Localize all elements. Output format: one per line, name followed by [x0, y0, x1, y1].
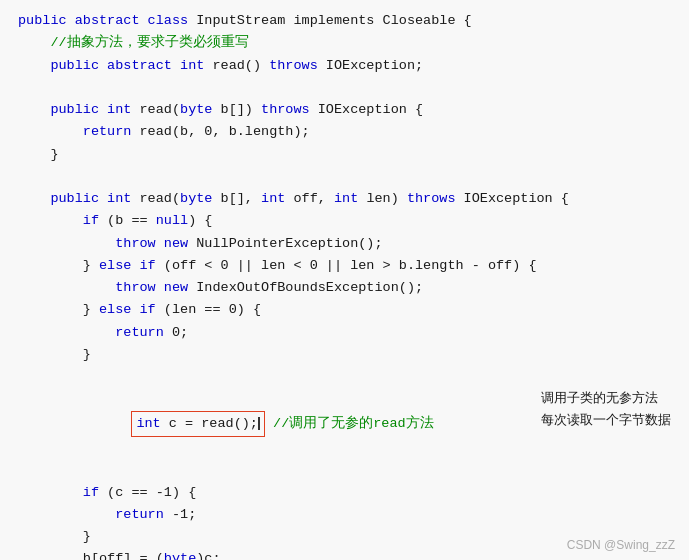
code-line: }	[18, 144, 679, 166]
code-line: //抽象方法，要求子类必须重写	[18, 32, 679, 54]
code-line: } else if (off < 0 || len < 0 || len > b…	[18, 255, 679, 277]
code-line-highlighted: int c = read(); //调用了无参的read方法 调用子类的无参方法…	[18, 389, 679, 482]
code-line	[18, 77, 679, 99]
code-line: }	[18, 344, 679, 366]
watermark: CSDN @Swing_zzZ	[567, 538, 675, 552]
code-line: return -1;	[18, 504, 679, 526]
code-line: if (b == null) {	[18, 210, 679, 232]
code-line: return 0;	[18, 322, 679, 344]
code-line	[18, 166, 679, 188]
code-line: public abstract int read() throws IOExce…	[18, 55, 679, 77]
code-block: public abstract class InputStream implem…	[0, 10, 689, 560]
annotation-line2: 每次读取一个字节数据	[541, 412, 671, 427]
highlight-box: int c = read();	[131, 411, 265, 437]
code-container: public abstract class InputStream implem…	[0, 0, 689, 560]
code-line: public int read(byte b[], int off, int l…	[18, 188, 679, 210]
code-line: public int read(byte b[]) throws IOExcep…	[18, 99, 679, 121]
code-line: throw new NullPointerException();	[18, 233, 679, 255]
code-line: throw new IndexOutOfBoundsException();	[18, 277, 679, 299]
annotation-line1: 调用子类的无参方法	[541, 390, 658, 405]
code-line: return read(b, 0, b.length);	[18, 121, 679, 143]
code-line: public abstract class InputStream implem…	[18, 10, 679, 32]
annotation-block: 调用子类的无参方法 每次读取一个字节数据	[541, 387, 671, 431]
code-line	[18, 366, 679, 388]
code-line: if (c == -1) {	[18, 482, 679, 504]
code-line: } else if (len == 0) {	[18, 299, 679, 321]
